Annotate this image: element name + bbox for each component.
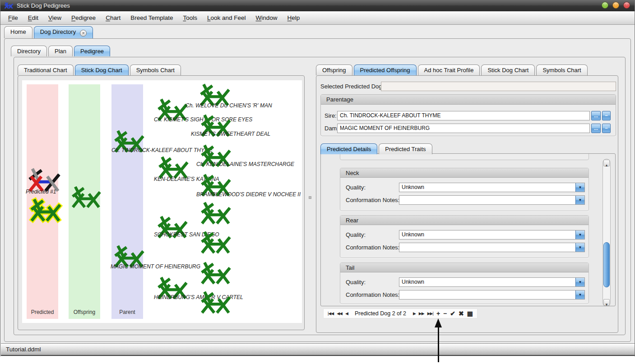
tab-label: Predicted Traits	[385, 146, 426, 152]
neck-quality-combo[interactable]: Unknown ▼	[399, 183, 585, 192]
stick-dog[interactable]	[199, 263, 232, 283]
stick-dog[interactable]	[199, 292, 232, 313]
menu-window[interactable]: Window	[251, 13, 283, 23]
dog-name-label: BRAMBLEWOOD'S DIEDRE V NOCHEE II	[196, 191, 301, 198]
menu-edit[interactable]: Edit	[23, 13, 43, 23]
dam-field[interactable]: MAGIC MOMENT OF HEINERBURG	[337, 124, 590, 133]
dog-name-label: KISMET'S SWEETHEART DEAL	[191, 131, 270, 137]
sire-field[interactable]: Ch. TINDROCK-KALEEF ABOUT THYME	[337, 111, 590, 120]
window-button-red[interactable]	[623, 2, 630, 9]
tab-traditional-chart[interactable]: Traditional Chart	[18, 65, 74, 75]
scroll-down-button[interactable]: ▼	[603, 299, 610, 306]
notes-label: Conformation Notes:	[346, 243, 399, 252]
notes-label: Conformation Notes:	[346, 290, 399, 299]
stick-dog[interactable]	[199, 232, 232, 253]
dropdown-arrow-icon[interactable]: ▼	[575, 278, 584, 286]
combo-value: Unknown	[402, 278, 575, 286]
commit-record-button[interactable]: ✔	[450, 310, 455, 317]
tab-label: Symbols Chart	[136, 67, 175, 74]
menu-breed-template[interactable]: Breed Template	[125, 13, 178, 23]
menu-tools[interactable]: Tools	[178, 13, 202, 23]
scroll-up-button[interactable]: ▲	[603, 160, 610, 166]
rear-quality-combo[interactable]: Unknown ▼	[399, 230, 585, 240]
dropdown-arrow-icon[interactable]: ▼	[575, 230, 584, 239]
stick-dog[interactable]	[199, 203, 232, 223]
tail-notes-combo[interactable]: ▼	[399, 290, 585, 299]
tab-predicted-offspring[interactable]: Predicted Offspring	[354, 65, 417, 75]
stick-dog[interactable]	[28, 199, 62, 221]
dog-name-label: MAGIC MOMENT OF HEINERBURG	[111, 263, 200, 270]
dropdown-arrow-icon[interactable]: ▼	[575, 196, 584, 204]
neck-notes-combo[interactable]: ▼	[399, 195, 585, 205]
selected-predicted-dog-field[interactable]	[381, 82, 616, 91]
dam-browse-button[interactable]: ...	[591, 124, 601, 133]
first-record-button[interactable]: |◀◀	[328, 311, 334, 316]
sire-browse-button[interactable]: ...	[591, 111, 601, 120]
stick-dog-chart-panel: PredictedOffspringParentPredicted #1Ch. …	[18, 75, 305, 330]
column-label: Parent	[111, 309, 143, 315]
previous-record-button[interactable]: ◀	[345, 311, 348, 316]
tab-home[interactable]: Home	[4, 26, 32, 38]
stick-dog[interactable]	[27, 169, 61, 191]
status-bar: Tutorial.ddml	[1, 343, 635, 356]
notes-label: Conformation Notes:	[346, 195, 399, 205]
quality-label: Quality:	[346, 230, 366, 240]
menu-help[interactable]: Help	[283, 13, 305, 23]
tab-label: Symbols Chart	[542, 67, 581, 74]
dropdown-arrow-icon[interactable]: ▼	[575, 290, 584, 299]
view-tabs: Directory Plan Pedigree	[11, 46, 110, 56]
stick-dog[interactable]	[157, 157, 189, 178]
grid-record-button[interactable]: ▦	[467, 310, 473, 317]
close-icon[interactable]: ×	[80, 30, 87, 37]
tail-quality-combo[interactable]: Unknown ▼	[399, 277, 585, 287]
tab-ad-hoc-trait-profile[interactable]: Ad hoc Trait Profile	[418, 65, 480, 75]
add-record-button[interactable]: +	[436, 310, 440, 317]
menu-view[interactable]: View	[43, 13, 66, 23]
last-record-button[interactable]: ▶▶|	[427, 311, 433, 316]
tab-pedigree[interactable]: Pedigree	[74, 46, 110, 56]
rear-notes-combo[interactable]: ▼	[399, 243, 585, 252]
next-record-button[interactable]: ▶	[413, 311, 416, 316]
section-header: Neck	[340, 168, 589, 178]
forward-record-button[interactable]: ▶▶	[419, 311, 424, 316]
window-button-green[interactable]	[602, 2, 608, 9]
menu-file[interactable]: File	[3, 13, 23, 23]
splitter[interactable]	[307, 75, 313, 330]
scrollbar-thumb[interactable]	[603, 242, 610, 287]
column-label: Offspring	[69, 309, 100, 315]
dropdown-arrow-icon[interactable]: ▼	[575, 243, 584, 252]
arrow-up-icon	[435, 318, 442, 327]
remove-record-button[interactable]: −	[443, 310, 447, 317]
menu-look-and-feel[interactable]: Look and Feel	[202, 13, 251, 23]
tab-predicted-details[interactable]: Predicted Details	[320, 143, 377, 154]
tab-symbols-chart[interactable]: Symbols Chart	[130, 65, 181, 75]
document-tabs: Home Dog Directory×	[4, 26, 93, 38]
tab-label: Predicted Details	[327, 146, 371, 152]
dropdown-arrow-icon[interactable]: ▼	[575, 183, 584, 192]
tab-stick-dog-chart-right[interactable]: Stick Dog Chart	[481, 65, 535, 75]
window-button-orange[interactable]	[612, 2, 619, 9]
tab-plan[interactable]: Plan	[48, 46, 73, 56]
menubar: FileEditViewPedigreeChartBreed TemplateT…	[0, 11, 635, 25]
combo-value: Unknown	[402, 183, 575, 192]
quality-label: Quality:	[346, 277, 366, 287]
tab-stick-dog-chart[interactable]: Stick Dog Chart	[75, 65, 129, 75]
tab-predicted-traits[interactable]: Predicted Traits	[379, 143, 432, 154]
tab-label: Stick Dog Chart	[487, 67, 528, 74]
tab-symbols-chart-right[interactable]: Symbols Chart	[536, 65, 587, 75]
dam-remove-button[interactable]: −	[602, 124, 611, 133]
tab-directory[interactable]: Directory	[11, 46, 47, 56]
sire-remove-button[interactable]: −	[602, 111, 611, 120]
menu-pedigree[interactable]: Pedigree	[66, 13, 101, 23]
status-text: Tutorial.ddml	[6, 346, 41, 353]
rewind-record-button[interactable]: ◀◀	[337, 311, 342, 316]
annotation-arrow	[435, 318, 442, 362]
column-label: Predicted	[27, 309, 58, 315]
menu-chart[interactable]: Chart	[101, 13, 125, 23]
cancel-record-button[interactable]: ✖	[459, 310, 464, 317]
details-scrollbar[interactable]: ▲ ▼	[603, 159, 611, 306]
trait-section-rear: Rear Quality: Unknown ▼ Conformation Not…	[340, 215, 589, 258]
tab-dog-directory[interactable]: Dog Directory×	[34, 26, 93, 38]
tab-offspring[interactable]: Offspring	[316, 65, 352, 75]
stick-dog[interactable]	[70, 187, 102, 207]
